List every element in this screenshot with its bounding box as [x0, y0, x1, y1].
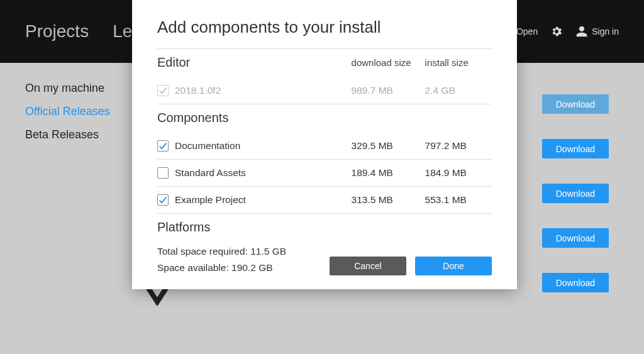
component-download-size: 329.5 MB	[352, 133, 425, 159]
section-editor: Editor	[157, 52, 190, 69]
editor-download-size: 989.7 MB	[352, 77, 425, 104]
download-button[interactable]: Download	[542, 94, 609, 114]
column-install-size: install size	[425, 49, 492, 78]
checkbox-standard-assets[interactable]	[157, 167, 169, 179]
component-install-size: 184.9 MB	[425, 160, 492, 187]
signin-button[interactable]: Sign in	[575, 25, 619, 38]
check-icon	[158, 86, 167, 95]
sidebar-item-official-releases[interactable]: Official Releases	[25, 105, 110, 118]
total-space-required: Total space required: 11.5 GB	[157, 246, 492, 257]
signin-label: Sign in	[592, 26, 619, 36]
check-icon	[158, 196, 167, 204]
check-icon	[158, 141, 167, 150]
checkbox-editor	[157, 85, 169, 96]
component-download-size: 313.5 MB	[352, 187, 425, 214]
component-name: Standard Assets	[175, 167, 246, 179]
modal-title: Add components to your install	[157, 18, 492, 37]
section-components: Components	[157, 107, 228, 124]
settings-button[interactable]	[550, 25, 563, 38]
download-button[interactable]: Download	[542, 273, 609, 292]
component-row-documentation[interactable]: Documentation 329.5 MB 797.2 MB	[157, 133, 492, 159]
component-download-size: 189.4 MB	[352, 160, 425, 187]
download-button[interactable]: Download	[542, 184, 609, 203]
section-platforms: Platforms	[157, 216, 210, 234]
component-row-standard-assets[interactable]: Standard Assets 189.4 MB 184.9 MB	[157, 160, 492, 187]
sidebar: On my machine Official Releases Beta Rel…	[25, 82, 110, 141]
component-row-example-project[interactable]: Example Project 313.5 MB 553.1 MB	[157, 187, 492, 214]
component-name: Documentation	[175, 140, 240, 152]
nav-projects[interactable]: Projects	[25, 21, 89, 41]
component-name: Example Project	[175, 194, 246, 206]
user-icon	[575, 25, 588, 38]
sidebar-item-beta-releases[interactable]: Beta Releases	[25, 128, 110, 141]
open-label: Open	[516, 26, 538, 36]
editor-version: 2018.1.0f2	[175, 85, 221, 96]
download-button[interactable]: Download	[542, 139, 609, 158]
column-download-size: download size	[352, 49, 425, 78]
sidebar-item-my-machine[interactable]: On my machine	[25, 82, 110, 95]
editor-install-size: 2.4 GB	[425, 77, 492, 104]
checkbox-example-project[interactable]	[157, 194, 169, 206]
component-install-size: 797.2 MB	[425, 133, 492, 159]
download-button-column: Download Download Download Download Down…	[542, 94, 609, 292]
gear-icon	[550, 25, 563, 38]
checkbox-documentation[interactable]	[157, 140, 169, 152]
done-button[interactable]: Done	[415, 257, 492, 275]
cancel-button[interactable]: Cancel	[330, 257, 406, 275]
component-install-size: 553.1 MB	[425, 187, 492, 214]
add-components-modal: Add components to your install Editor do…	[132, 0, 517, 289]
components-table: Editor download size install size 2018.1…	[157, 48, 492, 242]
download-button[interactable]: Download	[542, 228, 609, 248]
editor-row: 2018.1.0f2 989.7 MB 2.4 GB	[157, 77, 492, 104]
